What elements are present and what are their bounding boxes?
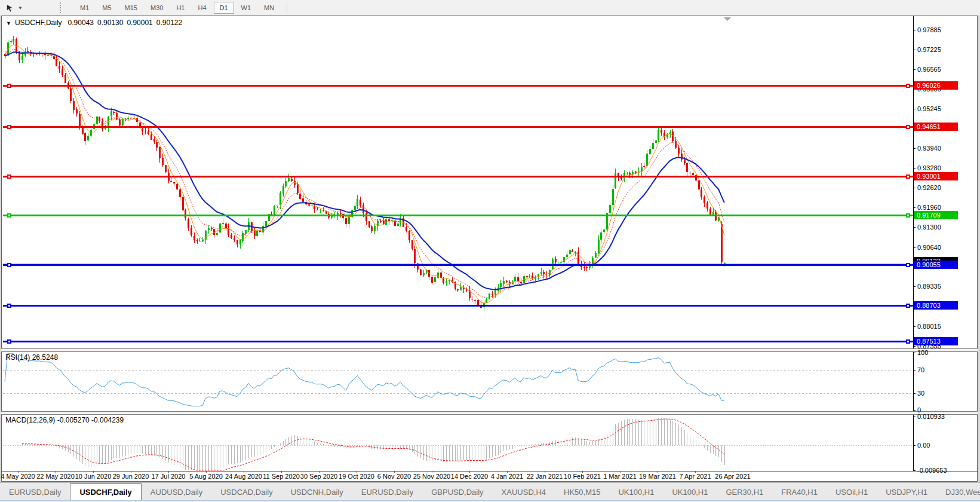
date-label: 26 Apr 2021	[715, 473, 750, 480]
candle-body	[371, 226, 373, 231]
candle-body	[526, 276, 528, 277]
candle-body	[721, 224, 723, 262]
candle-body	[692, 173, 694, 175]
candle-body	[655, 140, 657, 143]
candle-body	[706, 203, 708, 209]
candle-body	[179, 189, 181, 197]
price-line-label: 0.87513	[914, 337, 958, 345]
date-label: 6 Nov 2020	[377, 473, 411, 480]
line-marker-dot	[907, 126, 909, 128]
date-label: 4 Jan 2021	[491, 473, 523, 480]
date-label: 1 Mar 2021	[603, 473, 637, 480]
candle-body	[259, 231, 261, 231]
tab-eurusd-daily-0[interactable]: EURUSD,Daily	[0, 483, 70, 501]
date-label: 29 Jun 2020	[113, 473, 149, 480]
candle-body	[420, 270, 422, 275]
tab-dj30-weekly-15[interactable]: DJ30,Weekly	[936, 483, 980, 501]
candle-body	[397, 224, 399, 226]
candle-body	[345, 218, 347, 224]
tab-uk100-h1-10[interactable]: UK100,H1	[663, 483, 717, 501]
tab-usdchf-daily-1[interactable]: USDCHF,Daily	[70, 483, 141, 501]
rsi-tick-label: 70	[917, 366, 924, 374]
tab-usdcad-daily-3[interactable]: USDCAD,Daily	[211, 483, 281, 501]
candle-body	[374, 226, 376, 231]
tab-usdcnh-daily-4[interactable]: USDCNH,Daily	[282, 483, 352, 501]
candle-body	[73, 101, 75, 109]
tab-eurusd-daily-5[interactable]: EURUSD,Daily	[352, 483, 422, 501]
candle-body	[489, 293, 490, 299]
panel-splitter-rsi-macd[interactable]	[1, 411, 978, 415]
tab-uk100-h1-9[interactable]: UK100,H1	[609, 483, 663, 501]
candle-body	[563, 257, 565, 262]
candle-body	[242, 233, 244, 240]
price-tick-label: 0.97225	[917, 46, 941, 53]
candle-body	[314, 206, 315, 209]
candle-body	[486, 299, 487, 303]
candle-body	[477, 300, 479, 305]
date-label: 19 Mar 2021	[639, 473, 676, 480]
date-label: 30 Sep 2020	[300, 473, 337, 480]
candle-body	[678, 148, 680, 154]
candle-body	[603, 229, 605, 232]
candle-body	[437, 273, 439, 278]
line-marker-dot	[8, 85, 10, 87]
candle-body	[448, 280, 450, 281]
candle-body	[360, 200, 361, 206]
candle-body	[566, 255, 568, 257]
candle-body	[500, 283, 502, 287]
tab-usoil-h1-13[interactable]: USOil,H1	[827, 483, 877, 501]
tab-usdjpy-h1-14[interactable]: USDJPY,H1	[877, 483, 936, 501]
date-label: 19 Oct 2020	[339, 473, 374, 480]
candle-body	[116, 113, 118, 120]
candle-body	[202, 240, 204, 241]
line-marker-dot	[8, 305, 10, 307]
candle-body	[79, 114, 81, 127]
panel-splitter-main-rsi[interactable]	[1, 348, 978, 352]
tab-audusd-daily-2[interactable]: AUDUSD,Daily	[142, 483, 211, 501]
candle-body	[357, 199, 358, 206]
candle-body	[681, 154, 683, 160]
candle-body	[219, 224, 221, 232]
chart-title-caret-icon[interactable]: ▼	[6, 20, 11, 26]
line-marker-dot	[907, 305, 909, 307]
price-tick-label: 0.91960	[917, 204, 941, 211]
candle-body	[348, 216, 350, 224]
candle-body	[405, 227, 407, 231]
tab-xauusd-h4-7[interactable]: XAUUSD,H4	[493, 483, 555, 501]
candle-body	[308, 204, 310, 206]
chart-canvas[interactable]	[0, 0, 980, 502]
date-label: 14 Dec 2020	[451, 473, 488, 480]
candle-body	[689, 173, 691, 173]
candle-body	[21, 56, 23, 60]
candle-body	[520, 282, 522, 283]
candle-body	[119, 120, 121, 125]
macd-indicator-label: MACD(12,26,9) -0.005270 -0.004239	[5, 416, 124, 424]
moving-average-ema20	[5, 52, 724, 289]
candle-body	[322, 210, 324, 211]
candle-body	[239, 240, 241, 244]
tab-fra40-h1-12[interactable]: FRA40,H1	[772, 483, 827, 501]
candle-body	[443, 278, 444, 283]
candle-body	[583, 267, 585, 268]
price-tick-label: 0.88015	[917, 323, 941, 330]
candle-body	[274, 206, 275, 215]
candle-body	[193, 236, 195, 241]
candle-body	[595, 253, 597, 258]
rsi-indicator-label: RSI(14) 26.5248	[5, 353, 58, 362]
candle-body	[299, 194, 301, 199]
rsi-line	[5, 354, 724, 406]
candle-body	[234, 238, 235, 240]
ohlc-low: 0.90001	[127, 19, 152, 27]
tab-hk50-m15-8[interactable]: HK50,M15	[555, 483, 609, 501]
candle-body	[56, 59, 57, 66]
line-marker-dot	[907, 264, 909, 266]
tab-ger30-h1-11[interactable]: GER30,H1	[717, 483, 772, 501]
tab-gbpusd-daily-6[interactable]: GBPUSD,Daily	[422, 483, 492, 501]
candle-body	[285, 181, 287, 186]
candle-body	[555, 259, 557, 262]
candle-body	[684, 160, 686, 163]
chart-shift-marker[interactable]	[724, 17, 731, 21]
price-line-label: 0.93001	[914, 172, 958, 180]
main-price-panel	[3, 36, 913, 312]
candle-body	[715, 212, 717, 221]
